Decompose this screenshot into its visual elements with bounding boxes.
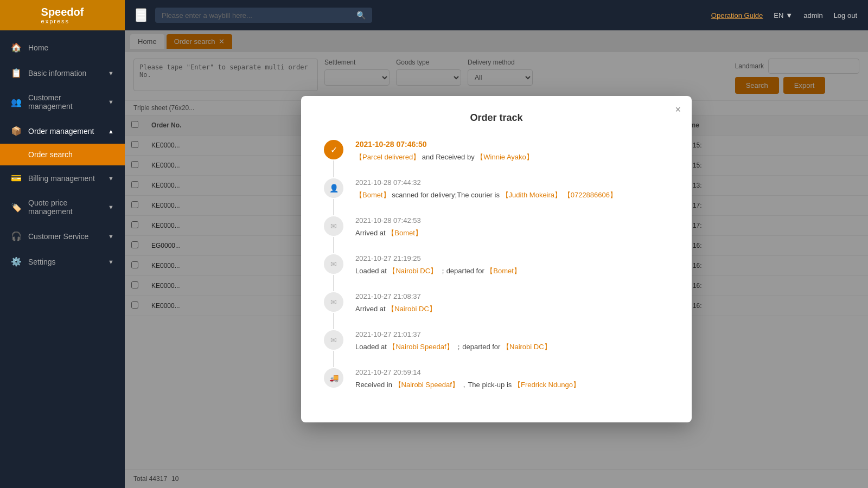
chevron-up-icon: ▲ bbox=[108, 128, 114, 134]
topbar-right: Operation Guide EN ▼ admin Log out bbox=[711, 11, 857, 20]
timeline-item: ✉ 2021-10-27 21:08:37 Arrived at 【Nairob… bbox=[323, 292, 670, 330]
timeline-highlight: 【Winnie Ayako】 bbox=[476, 153, 533, 161]
timeline-icon: ✉ bbox=[324, 216, 343, 236]
timeline-icon: ✉ bbox=[324, 330, 343, 350]
hamburger-button[interactable]: ☰ bbox=[136, 8, 146, 22]
timeline-text: ；departed for bbox=[437, 267, 486, 275]
language-label: EN bbox=[774, 11, 783, 20]
timeline-connector bbox=[333, 313, 334, 329]
modal-overlay: × Order track ✓ 2021-10-28 07:46:50 【Par… bbox=[125, 30, 868, 488]
timeline-highlight: 【Parcel delivered】 bbox=[355, 153, 420, 161]
timeline-connector bbox=[333, 237, 334, 253]
timeline-desc: 【Parcel delivered】 and Received by 【Winn… bbox=[355, 152, 670, 163]
chevron-down-icon: ▼ bbox=[108, 175, 114, 182]
timeline-highlight: 【Judith Mokeira】 bbox=[502, 191, 562, 199]
order-mgmt-icon: 📦 bbox=[11, 126, 22, 136]
lang-chevron-icon: ▼ bbox=[786, 11, 793, 20]
sidebar-item-label: Settings bbox=[28, 258, 56, 266]
timeline-left: ✓ bbox=[323, 140, 344, 178]
home-icon: 🏠 bbox=[11, 42, 22, 53]
topbar: ☰ 🔍 Operation Guide EN ▼ admin Log out bbox=[125, 0, 868, 30]
timeline-item: 🚚 2021-10-27 20:59:14 Received in 【Nairo… bbox=[323, 368, 670, 406]
sidebar-item-settings[interactable]: ⚙️ Settings ▼ bbox=[0, 249, 125, 274]
timeline-left: 🚚 bbox=[323, 368, 344, 406]
timeline-highlight: 【Bomet】 bbox=[486, 267, 521, 275]
timeline-icon: ✉ bbox=[324, 292, 343, 312]
timeline-content: 2021-10-27 20:59:14 Received in 【Nairobi… bbox=[355, 368, 670, 406]
timeline-highlight: 【Nairobi Speedaf】 bbox=[388, 343, 453, 351]
timeline-text: Loaded at bbox=[355, 267, 388, 275]
timeline-text: ；departed for bbox=[454, 343, 502, 351]
timeline-icon: 🚚 bbox=[324, 368, 343, 388]
timeline-item: ✉ 2021-10-27 21:01:37 Loaded at 【Nairobi… bbox=[323, 330, 670, 368]
timeline-time: 2021-10-27 21:08:37 bbox=[355, 292, 670, 300]
timeline-left: ✉ bbox=[323, 292, 344, 330]
customer-service-icon: 🎧 bbox=[11, 231, 22, 241]
sidebar-item-label: Customer management bbox=[28, 93, 101, 111]
timeline-desc: 【Bomet】 scanned for delivery;The courier… bbox=[355, 190, 670, 201]
timeline-text: Loaded at bbox=[355, 343, 388, 351]
timeline-icon: ✓ bbox=[324, 140, 343, 159]
timeline-content: 2021-10-28 07:44:32 【Bomet】 scanned for … bbox=[355, 178, 670, 216]
timeline-highlight: 【Nairobi Speedaf】 bbox=[394, 381, 459, 389]
search-icon: 🔍 bbox=[356, 11, 366, 20]
main-area: ☰ 🔍 Operation Guide EN ▼ admin Log out H… bbox=[125, 0, 868, 488]
timeline-text: scanned for delivery;The courier is bbox=[390, 191, 502, 199]
sidebar-item-order-mgmt[interactable]: 📦 Order management ▲ bbox=[0, 118, 125, 144]
timeline-content: 2021-10-28 07:46:50 【Parcel delivered】 a… bbox=[355, 140, 670, 178]
chevron-down-icon: ▼ bbox=[108, 233, 114, 240]
chevron-down-icon: ▼ bbox=[108, 70, 114, 76]
timeline-highlight: 【Bomet】 bbox=[387, 229, 422, 237]
timeline-desc: Loaded at 【Nairobi Speedaf】 ；departed fo… bbox=[355, 342, 670, 353]
sidebar-item-label: Order management bbox=[28, 127, 94, 136]
timeline-desc: Received in 【Nairobi Speedaf】 ，The pick-… bbox=[355, 380, 670, 391]
timeline-left: ✉ bbox=[323, 254, 344, 292]
timeline-item: ✉ 2021-10-27 21:19:25 Loaded at 【Nairobi… bbox=[323, 254, 670, 292]
sidebar-item-home[interactable]: 🏠 Home bbox=[0, 35, 125, 60]
sidebar-item-label: Home bbox=[28, 43, 48, 52]
timeline-connector bbox=[333, 275, 334, 291]
sidebar-item-customer-service[interactable]: 🎧 Customer Service ▼ bbox=[0, 223, 125, 249]
quote-icon: 🏷️ bbox=[11, 202, 22, 213]
chevron-down-icon: ▼ bbox=[108, 204, 114, 210]
timeline-text: ，The pick-up is bbox=[459, 381, 514, 389]
modal-close-button[interactable]: × bbox=[675, 105, 681, 114]
sidebar-item-quote-price[interactable]: 🏷️ Quote price management ▼ bbox=[0, 191, 125, 223]
sidebar-nav: 🏠 Home 📋 Basic information ▼ 👥 Customer … bbox=[0, 30, 125, 488]
timeline-icon: ✉ bbox=[324, 254, 343, 274]
logout-link[interactable]: Log out bbox=[834, 11, 857, 20]
sidebar-item-order-search[interactable]: Order search bbox=[0, 144, 125, 165]
timeline-text: Arrived at bbox=[355, 305, 387, 313]
operation-guide-link[interactable]: Operation Guide bbox=[711, 11, 763, 20]
settings-icon: ⚙️ bbox=[11, 256, 22, 267]
billing-icon: 💳 bbox=[11, 173, 22, 183]
timeline-highlight: 【0722886606】 bbox=[564, 191, 617, 199]
timeline-content: 2021-10-28 07:42:53 Arrived at 【Bomet】 bbox=[355, 216, 670, 254]
timeline-left: ✉ bbox=[323, 330, 344, 368]
timeline-time: 2021-10-27 20:59:14 bbox=[355, 368, 670, 376]
sidebar-item-customer-mgmt[interactable]: 👥 Customer management ▼ bbox=[0, 86, 125, 118]
order-track-modal: × Order track ✓ 2021-10-28 07:46:50 【Par… bbox=[301, 96, 692, 422]
timeline-desc: Arrived at 【Bomet】 bbox=[355, 228, 670, 239]
sidebar-item-basic-info[interactable]: 📋 Basic information ▼ bbox=[0, 60, 125, 86]
content-area: Home Order search ✕ Settlement Goods typ… bbox=[125, 30, 868, 488]
waybill-search-bar: 🔍 bbox=[155, 8, 372, 23]
sidebar-item-label: Customer Service bbox=[28, 232, 88, 241]
timeline-item: ✉ 2021-10-28 07:42:53 Arrived at 【Bomet】 bbox=[323, 216, 670, 254]
sidebar-item-label: Basic information bbox=[28, 69, 86, 78]
timeline-item: 👤 2021-10-28 07:44:32 【Bomet】 scanned fo… bbox=[323, 178, 670, 216]
language-selector[interactable]: EN ▼ bbox=[774, 11, 793, 20]
timeline-time: 2021-10-28 07:46:50 bbox=[355, 140, 670, 149]
timeline-highlight: 【Bomet】 bbox=[355, 191, 390, 199]
sidebar-sub-item-label: Order search bbox=[28, 150, 73, 159]
sidebar: Speedofexpress 🏠 Home 📋 Basic informatio… bbox=[0, 0, 125, 488]
timeline-highlight: 【Nairobi DC】 bbox=[388, 267, 437, 275]
timeline-content: 2021-10-27 21:19:25 Loaded at 【Nairobi D… bbox=[355, 254, 670, 292]
modal-title: Order track bbox=[323, 112, 670, 124]
timeline-highlight: 【Nairobi DC】 bbox=[502, 343, 551, 351]
waybill-search-input[interactable] bbox=[162, 11, 352, 20]
logo: Speedofexpress bbox=[0, 0, 125, 30]
sidebar-item-billing-mgmt[interactable]: 💳 Billing management ▼ bbox=[0, 165, 125, 191]
basic-info-icon: 📋 bbox=[11, 68, 22, 78]
timeline-text: and Received by bbox=[420, 153, 476, 161]
